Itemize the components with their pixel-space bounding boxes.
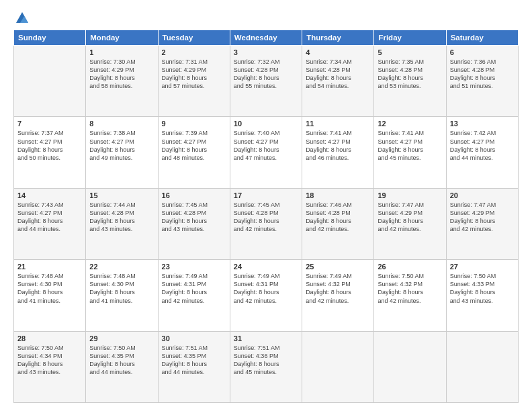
- day-info: Sunrise: 7:32 AM Sunset: 4:28 PM Dayligh…: [234, 58, 298, 91]
- calendar-cell: 16Sunrise: 7:45 AM Sunset: 4:28 PM Dayli…: [158, 188, 230, 259]
- calendar-header-row: SundayMondayTuesdayWednesdayThursdayFrid…: [14, 30, 519, 46]
- calendar-cell: 19Sunrise: 7:47 AM Sunset: 4:29 PM Dayli…: [374, 188, 446, 259]
- day-info: Sunrise: 7:51 AM Sunset: 4:35 PM Dayligh…: [162, 344, 226, 377]
- calendar-cell: [446, 331, 518, 402]
- week-row-5: 28Sunrise: 7:50 AM Sunset: 4:34 PM Dayli…: [14, 331, 519, 402]
- day-number: 1: [89, 48, 154, 56]
- day-info: Sunrise: 7:48 AM Sunset: 4:30 PM Dayligh…: [89, 272, 154, 305]
- header-monday: Monday: [86, 30, 158, 46]
- day-info: Sunrise: 7:50 AM Sunset: 4:34 PM Dayligh…: [17, 344, 82, 377]
- week-row-2: 7Sunrise: 7:37 AM Sunset: 4:27 PM Daylig…: [14, 117, 519, 188]
- day-number: 21: [17, 263, 82, 271]
- day-number: 30: [162, 334, 226, 342]
- calendar-cell: 3Sunrise: 7:32 AM Sunset: 4:28 PM Daylig…: [230, 46, 302, 117]
- calendar-cell: 25Sunrise: 7:49 AM Sunset: 4:32 PM Dayli…: [302, 260, 374, 331]
- calendar-cell: 4Sunrise: 7:34 AM Sunset: 4:28 PM Daylig…: [302, 46, 374, 117]
- day-number: 14: [17, 191, 82, 199]
- week-row-3: 14Sunrise: 7:43 AM Sunset: 4:27 PM Dayli…: [14, 188, 519, 259]
- day-number: 10: [234, 120, 298, 128]
- calendar-cell: 14Sunrise: 7:43 AM Sunset: 4:27 PM Dayli…: [14, 188, 86, 259]
- day-number: 16: [162, 191, 226, 199]
- day-number: 3: [234, 48, 298, 56]
- day-info: Sunrise: 7:36 AM Sunset: 4:28 PM Dayligh…: [450, 58, 515, 91]
- day-number: 12: [378, 120, 442, 128]
- day-info: Sunrise: 7:34 AM Sunset: 4:28 PM Dayligh…: [306, 58, 370, 91]
- day-number: 29: [89, 334, 154, 342]
- calendar-cell: [14, 46, 86, 117]
- day-info: Sunrise: 7:50 AM Sunset: 4:32 PM Dayligh…: [378, 272, 442, 305]
- day-info: Sunrise: 7:51 AM Sunset: 4:36 PM Dayligh…: [234, 344, 298, 377]
- day-info: Sunrise: 7:47 AM Sunset: 4:29 PM Dayligh…: [450, 201, 515, 234]
- logo: [13, 11, 30, 23]
- day-info: Sunrise: 7:47 AM Sunset: 4:29 PM Dayligh…: [378, 201, 442, 234]
- day-info: Sunrise: 7:46 AM Sunset: 4:28 PM Dayligh…: [306, 201, 370, 234]
- day-number: 17: [234, 191, 298, 199]
- calendar-cell: 20Sunrise: 7:47 AM Sunset: 4:29 PM Dayli…: [446, 188, 518, 259]
- header-tuesday: Tuesday: [158, 30, 230, 46]
- calendar-cell: 9Sunrise: 7:39 AM Sunset: 4:27 PM Daylig…: [158, 117, 230, 188]
- day-number: 5: [378, 48, 442, 56]
- calendar-cell: 21Sunrise: 7:48 AM Sunset: 4:30 PM Dayli…: [14, 260, 86, 331]
- day-number: 4: [306, 48, 370, 56]
- calendar-cell: 13Sunrise: 7:42 AM Sunset: 4:27 PM Dayli…: [446, 117, 518, 188]
- calendar-cell: 5Sunrise: 7:35 AM Sunset: 4:28 PM Daylig…: [374, 46, 446, 117]
- calendar-cell: 15Sunrise: 7:44 AM Sunset: 4:28 PM Dayli…: [86, 188, 158, 259]
- day-number: 25: [306, 263, 370, 271]
- day-number: 24: [234, 263, 298, 271]
- day-number: 31: [234, 334, 298, 342]
- calendar-cell: 11Sunrise: 7:41 AM Sunset: 4:27 PM Dayli…: [302, 117, 374, 188]
- day-info: Sunrise: 7:50 AM Sunset: 4:33 PM Dayligh…: [450, 272, 515, 305]
- calendar-cell: 24Sunrise: 7:49 AM Sunset: 4:31 PM Dayli…: [230, 260, 302, 331]
- calendar-cell: 10Sunrise: 7:40 AM Sunset: 4:27 PM Dayli…: [230, 117, 302, 188]
- calendar-cell: 17Sunrise: 7:45 AM Sunset: 4:28 PM Dayli…: [230, 188, 302, 259]
- day-number: 11: [306, 120, 370, 128]
- calendar-cell: 12Sunrise: 7:41 AM Sunset: 4:27 PM Dayli…: [374, 117, 446, 188]
- day-info: Sunrise: 7:35 AM Sunset: 4:28 PM Dayligh…: [378, 58, 442, 91]
- day-info: Sunrise: 7:48 AM Sunset: 4:30 PM Dayligh…: [17, 272, 82, 305]
- day-number: 6: [450, 48, 515, 56]
- day-info: Sunrise: 7:45 AM Sunset: 4:28 PM Dayligh…: [162, 201, 226, 234]
- day-number: 18: [306, 191, 370, 199]
- week-row-4: 21Sunrise: 7:48 AM Sunset: 4:30 PM Dayli…: [14, 260, 519, 331]
- header-thursday: Thursday: [302, 30, 374, 46]
- week-row-1: 1Sunrise: 7:30 AM Sunset: 4:29 PM Daylig…: [14, 46, 519, 117]
- day-number: 7: [17, 120, 82, 128]
- calendar-cell: 29Sunrise: 7:50 AM Sunset: 4:35 PM Dayli…: [86, 331, 158, 402]
- calendar-cell: 8Sunrise: 7:38 AM Sunset: 4:27 PM Daylig…: [86, 117, 158, 188]
- day-info: Sunrise: 7:37 AM Sunset: 4:27 PM Dayligh…: [17, 129, 82, 162]
- calendar-cell: [374, 331, 446, 402]
- day-info: Sunrise: 7:43 AM Sunset: 4:27 PM Dayligh…: [17, 201, 82, 234]
- day-info: Sunrise: 7:49 AM Sunset: 4:31 PM Dayligh…: [234, 272, 298, 305]
- day-number: 2: [162, 48, 226, 56]
- day-number: 9: [162, 120, 226, 128]
- day-info: Sunrise: 7:38 AM Sunset: 4:27 PM Dayligh…: [89, 129, 154, 162]
- day-number: 8: [89, 120, 154, 128]
- calendar-cell: 23Sunrise: 7:49 AM Sunset: 4:31 PM Dayli…: [158, 260, 230, 331]
- header-friday: Friday: [374, 30, 446, 46]
- logo-icon: [15, 11, 30, 26]
- calendar-cell: 18Sunrise: 7:46 AM Sunset: 4:28 PM Dayli…: [302, 188, 374, 259]
- calendar-cell: 28Sunrise: 7:50 AM Sunset: 4:34 PM Dayli…: [14, 331, 86, 402]
- day-number: 26: [378, 263, 442, 271]
- day-info: Sunrise: 7:44 AM Sunset: 4:28 PM Dayligh…: [89, 201, 154, 234]
- calendar-cell: 26Sunrise: 7:50 AM Sunset: 4:32 PM Dayli…: [374, 260, 446, 331]
- calendar-cell: 7Sunrise: 7:37 AM Sunset: 4:27 PM Daylig…: [14, 117, 86, 188]
- day-info: Sunrise: 7:45 AM Sunset: 4:28 PM Dayligh…: [234, 201, 298, 234]
- calendar-cell: 22Sunrise: 7:48 AM Sunset: 4:30 PM Dayli…: [86, 260, 158, 331]
- day-info: Sunrise: 7:49 AM Sunset: 4:31 PM Dayligh…: [162, 272, 226, 305]
- day-number: 19: [378, 191, 442, 199]
- day-number: 22: [89, 263, 154, 271]
- day-number: 27: [450, 263, 515, 271]
- day-info: Sunrise: 7:41 AM Sunset: 4:27 PM Dayligh…: [306, 129, 370, 162]
- day-info: Sunrise: 7:31 AM Sunset: 4:29 PM Dayligh…: [162, 58, 226, 91]
- day-info: Sunrise: 7:50 AM Sunset: 4:35 PM Dayligh…: [89, 344, 154, 377]
- day-number: 15: [89, 191, 154, 199]
- header-sunday: Sunday: [14, 30, 86, 46]
- calendar-cell: 6Sunrise: 7:36 AM Sunset: 4:28 PM Daylig…: [446, 46, 518, 117]
- calendar-cell: 31Sunrise: 7:51 AM Sunset: 4:36 PM Dayli…: [230, 331, 302, 402]
- day-number: 20: [450, 191, 515, 199]
- day-number: 23: [162, 263, 226, 271]
- calendar-cell: 27Sunrise: 7:50 AM Sunset: 4:33 PM Dayli…: [446, 260, 518, 331]
- day-info: Sunrise: 7:39 AM Sunset: 4:27 PM Dayligh…: [162, 129, 226, 162]
- calendar-table: SundayMondayTuesdayWednesdayThursdayFrid…: [13, 30, 519, 403]
